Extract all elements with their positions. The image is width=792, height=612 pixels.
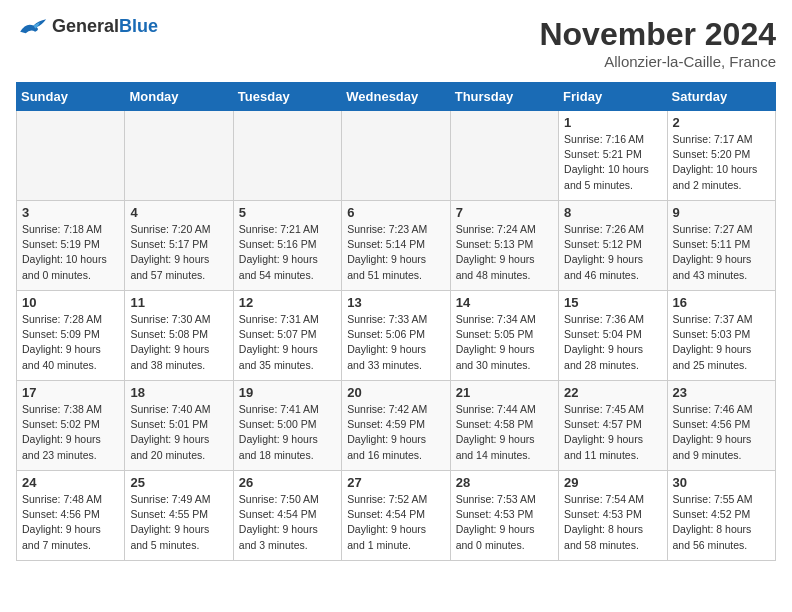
day-number: 14 [456,295,553,310]
day-info: Sunrise: 7:52 AMSunset: 4:54 PMDaylight:… [347,492,444,553]
day-number: 15 [564,295,661,310]
calendar-week-1: 1Sunrise: 7:16 AMSunset: 5:21 PMDaylight… [17,111,776,201]
weekday-header-friday: Friday [559,83,667,111]
day-info: Sunrise: 7:21 AMSunset: 5:16 PMDaylight:… [239,222,336,283]
calendar-cell: 10Sunrise: 7:28 AMSunset: 5:09 PMDayligh… [17,291,125,381]
calendar-cell: 4Sunrise: 7:20 AMSunset: 5:17 PMDaylight… [125,201,233,291]
calendar-cell: 23Sunrise: 7:46 AMSunset: 4:56 PMDayligh… [667,381,775,471]
day-number: 27 [347,475,444,490]
weekday-header-saturday: Saturday [667,83,775,111]
calendar-cell: 19Sunrise: 7:41 AMSunset: 5:00 PMDayligh… [233,381,341,471]
day-number: 3 [22,205,119,220]
day-number: 23 [673,385,770,400]
day-number: 24 [22,475,119,490]
calendar-cell: 20Sunrise: 7:42 AMSunset: 4:59 PMDayligh… [342,381,450,471]
day-number: 13 [347,295,444,310]
weekday-header-row: SundayMondayTuesdayWednesdayThursdayFrid… [17,83,776,111]
day-number: 11 [130,295,227,310]
weekday-header-sunday: Sunday [17,83,125,111]
calendar-cell: 12Sunrise: 7:31 AMSunset: 5:07 PMDayligh… [233,291,341,381]
day-number: 2 [673,115,770,130]
day-number: 16 [673,295,770,310]
day-info: Sunrise: 7:37 AMSunset: 5:03 PMDaylight:… [673,312,770,373]
calendar-cell: 18Sunrise: 7:40 AMSunset: 5:01 PMDayligh… [125,381,233,471]
calendar-week-3: 10Sunrise: 7:28 AMSunset: 5:09 PMDayligh… [17,291,776,381]
calendar-cell: 22Sunrise: 7:45 AMSunset: 4:57 PMDayligh… [559,381,667,471]
day-info: Sunrise: 7:44 AMSunset: 4:58 PMDaylight:… [456,402,553,463]
day-info: Sunrise: 7:16 AMSunset: 5:21 PMDaylight:… [564,132,661,193]
day-info: Sunrise: 7:23 AMSunset: 5:14 PMDaylight:… [347,222,444,283]
calendar-cell: 13Sunrise: 7:33 AMSunset: 5:06 PMDayligh… [342,291,450,381]
day-number: 26 [239,475,336,490]
day-info: Sunrise: 7:18 AMSunset: 5:19 PMDaylight:… [22,222,119,283]
weekday-header-wednesday: Wednesday [342,83,450,111]
day-info: Sunrise: 7:38 AMSunset: 5:02 PMDaylight:… [22,402,119,463]
day-number: 10 [22,295,119,310]
calendar-cell: 27Sunrise: 7:52 AMSunset: 4:54 PMDayligh… [342,471,450,561]
calendar-cell [450,111,558,201]
calendar-cell [125,111,233,201]
calendar-cell: 25Sunrise: 7:49 AMSunset: 4:55 PMDayligh… [125,471,233,561]
weekday-header-monday: Monday [125,83,233,111]
day-info: Sunrise: 7:36 AMSunset: 5:04 PMDaylight:… [564,312,661,373]
calendar-body: 1Sunrise: 7:16 AMSunset: 5:21 PMDaylight… [17,111,776,561]
calendar-cell: 29Sunrise: 7:54 AMSunset: 4:53 PMDayligh… [559,471,667,561]
day-number: 20 [347,385,444,400]
day-info: Sunrise: 7:46 AMSunset: 4:56 PMDaylight:… [673,402,770,463]
day-number: 29 [564,475,661,490]
day-info: Sunrise: 7:24 AMSunset: 5:13 PMDaylight:… [456,222,553,283]
calendar-cell: 30Sunrise: 7:55 AMSunset: 4:52 PMDayligh… [667,471,775,561]
day-number: 9 [673,205,770,220]
day-info: Sunrise: 7:20 AMSunset: 5:17 PMDaylight:… [130,222,227,283]
day-info: Sunrise: 7:49 AMSunset: 4:55 PMDaylight:… [130,492,227,553]
day-number: 7 [456,205,553,220]
calendar-cell: 15Sunrise: 7:36 AMSunset: 5:04 PMDayligh… [559,291,667,381]
title-area: November 2024 Allonzier-la-Caille, Franc… [539,16,776,70]
day-info: Sunrise: 7:42 AMSunset: 4:59 PMDaylight:… [347,402,444,463]
calendar-week-2: 3Sunrise: 7:18 AMSunset: 5:19 PMDaylight… [17,201,776,291]
logo-icon [16,16,48,38]
day-info: Sunrise: 7:45 AMSunset: 4:57 PMDaylight:… [564,402,661,463]
day-info: Sunrise: 7:33 AMSunset: 5:06 PMDaylight:… [347,312,444,373]
day-info: Sunrise: 7:26 AMSunset: 5:12 PMDaylight:… [564,222,661,283]
logo: GeneralBlue [16,16,158,38]
day-info: Sunrise: 7:27 AMSunset: 5:11 PMDaylight:… [673,222,770,283]
calendar-cell [342,111,450,201]
calendar-cell: 28Sunrise: 7:53 AMSunset: 4:53 PMDayligh… [450,471,558,561]
day-number: 21 [456,385,553,400]
month-title: November 2024 [539,16,776,53]
day-info: Sunrise: 7:28 AMSunset: 5:09 PMDaylight:… [22,312,119,373]
calendar-cell: 16Sunrise: 7:37 AMSunset: 5:03 PMDayligh… [667,291,775,381]
calendar-cell: 8Sunrise: 7:26 AMSunset: 5:12 PMDaylight… [559,201,667,291]
calendar-cell: 3Sunrise: 7:18 AMSunset: 5:19 PMDaylight… [17,201,125,291]
day-info: Sunrise: 7:55 AMSunset: 4:52 PMDaylight:… [673,492,770,553]
calendar-cell: 21Sunrise: 7:44 AMSunset: 4:58 PMDayligh… [450,381,558,471]
day-number: 17 [22,385,119,400]
calendar-cell: 5Sunrise: 7:21 AMSunset: 5:16 PMDaylight… [233,201,341,291]
weekday-header-tuesday: Tuesday [233,83,341,111]
day-number: 22 [564,385,661,400]
calendar-cell: 14Sunrise: 7:34 AMSunset: 5:05 PMDayligh… [450,291,558,381]
day-info: Sunrise: 7:30 AMSunset: 5:08 PMDaylight:… [130,312,227,373]
calendar-cell [233,111,341,201]
calendar-cell: 2Sunrise: 7:17 AMSunset: 5:20 PMDaylight… [667,111,775,201]
calendar-cell: 17Sunrise: 7:38 AMSunset: 5:02 PMDayligh… [17,381,125,471]
calendar-week-5: 24Sunrise: 7:48 AMSunset: 4:56 PMDayligh… [17,471,776,561]
calendar-cell: 7Sunrise: 7:24 AMSunset: 5:13 PMDaylight… [450,201,558,291]
day-info: Sunrise: 7:17 AMSunset: 5:20 PMDaylight:… [673,132,770,193]
calendar-cell: 6Sunrise: 7:23 AMSunset: 5:14 PMDaylight… [342,201,450,291]
calendar-week-4: 17Sunrise: 7:38 AMSunset: 5:02 PMDayligh… [17,381,776,471]
day-info: Sunrise: 7:31 AMSunset: 5:07 PMDaylight:… [239,312,336,373]
day-number: 25 [130,475,227,490]
day-info: Sunrise: 7:50 AMSunset: 4:54 PMDaylight:… [239,492,336,553]
day-number: 5 [239,205,336,220]
day-info: Sunrise: 7:54 AMSunset: 4:53 PMDaylight:… [564,492,661,553]
day-info: Sunrise: 7:34 AMSunset: 5:05 PMDaylight:… [456,312,553,373]
calendar-cell [17,111,125,201]
calendar-cell: 11Sunrise: 7:30 AMSunset: 5:08 PMDayligh… [125,291,233,381]
day-info: Sunrise: 7:48 AMSunset: 4:56 PMDaylight:… [22,492,119,553]
calendar-cell: 9Sunrise: 7:27 AMSunset: 5:11 PMDaylight… [667,201,775,291]
day-number: 28 [456,475,553,490]
day-number: 19 [239,385,336,400]
calendar-table: SundayMondayTuesdayWednesdayThursdayFrid… [16,82,776,561]
